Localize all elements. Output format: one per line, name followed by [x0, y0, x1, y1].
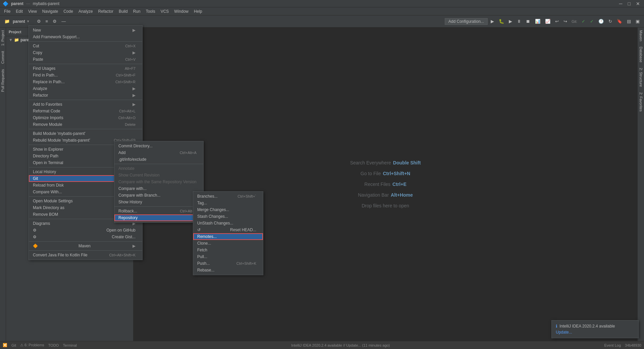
- repo-rebase[interactable]: Rebase...: [193, 267, 263, 273]
- repo-merge[interactable]: Merge Changes...: [193, 206, 263, 213]
- minimize-button[interactable]: ─: [618, 1, 624, 6]
- ctx-reformat[interactable]: Reformat Code Ctrl+Alt+L: [29, 108, 142, 114]
- git-rollback[interactable]: Rollback... Ctrl+Alt+Z: [114, 208, 203, 214]
- sidebar-label-pull-requests[interactable]: Pull Requests: [0, 66, 6, 95]
- repo-remotes[interactable]: Remotes...: [193, 233, 263, 240]
- toolbar-settings-icon[interactable]: ⚙: [35, 18, 43, 25]
- info-icon: ℹ: [556, 324, 557, 329]
- hint-search: Search Everywhere Double Shift: [350, 160, 421, 165]
- status-branch[interactable]: 34b48930: [625, 343, 641, 347]
- ctx-copy[interactable]: Copy ▶: [29, 49, 142, 56]
- git-repository[interactable]: Repository ▶: [114, 214, 203, 221]
- repo-push[interactable]: Push... Ctrl+Shift+K: [193, 260, 263, 267]
- toolbar-git-update[interactable]: ↻: [607, 18, 614, 25]
- toolbar-run2-icon[interactable]: ▶: [507, 18, 514, 25]
- menu-edit[interactable]: Edit: [13, 8, 25, 14]
- git-compare-with[interactable]: Compare with...: [114, 185, 203, 192]
- menu-analyze[interactable]: Analyze: [76, 8, 96, 14]
- menu-refactor[interactable]: Refactor: [96, 8, 116, 14]
- ctx-convert-kotlin[interactable]: Convert Java File to Kotlin File Ctrl+Al…: [29, 252, 142, 258]
- menu-tools[interactable]: Tools: [143, 8, 158, 14]
- sidebar-label-project[interactable]: 1: Project: [0, 28, 6, 48]
- toolbar-minimize-panel-icon[interactable]: —: [60, 18, 67, 25]
- ctx-build-module[interactable]: Build Module 'mybatis-parent': [29, 130, 142, 137]
- ctx-open-github[interactable]: ⚙ Open on GitHub: [29, 227, 142, 234]
- repo-reset-head[interactable]: ↺ Reset HEAD...: [193, 227, 263, 233]
- ctx-maven[interactable]: 🔶 Maven ▶: [29, 243, 142, 249]
- toolbar-forward-icon[interactable]: ↪: [562, 18, 569, 25]
- ctx-create-gist[interactable]: ⚙ Create Gist...: [29, 234, 142, 240]
- menu-file[interactable]: File: [1, 8, 13, 14]
- toolbar-gear-icon[interactable]: ⚙: [51, 18, 58, 25]
- toolbar-sort-icon[interactable]: ≡: [44, 18, 50, 25]
- git-commit-directory[interactable]: Commit Directory...: [114, 143, 203, 149]
- right-label-structure[interactable]: 2: Structure: [638, 65, 644, 90]
- right-label-maven[interactable]: Maven: [638, 28, 644, 44]
- ctx-convert-kotlin-shortcut: Ctrl+Alt+Shift+K: [109, 253, 136, 257]
- status-event-log[interactable]: Event Log: [604, 343, 621, 347]
- ctx-remove-module[interactable]: Remove Module Delete: [29, 121, 142, 128]
- menu-run[interactable]: Run: [130, 8, 143, 14]
- notification-update-link[interactable]: Update...: [556, 330, 634, 335]
- ctx-find-usages-label: Find Usages: [33, 66, 55, 71]
- git-add[interactable]: Add Ctrl+Alt+A: [114, 149, 203, 156]
- status-todo[interactable]: TODO: [48, 343, 59, 347]
- ctx-paste[interactable]: Paste Ctrl+V: [29, 56, 142, 63]
- repo-branches[interactable]: Branches... Ctrl+Shift+`: [193, 193, 263, 200]
- git-compare-branch[interactable]: Compare with Branch...: [114, 192, 203, 199]
- menu-view[interactable]: View: [25, 8, 40, 14]
- repo-stash[interactable]: Stash Changes...: [193, 213, 263, 220]
- ctx-cut[interactable]: Cut Ctrl+X: [29, 43, 142, 49]
- toolbar-bookmark-icon[interactable]: 🔖: [615, 18, 624, 25]
- menu-code[interactable]: Code: [61, 8, 76, 14]
- repo-unstash[interactable]: UnStash Changes...: [193, 220, 263, 227]
- toolbar-pause-icon[interactable]: ⏸: [515, 18, 523, 25]
- menu-help[interactable]: Help: [191, 8, 205, 14]
- ctx-new[interactable]: New ▶: [29, 27, 142, 34]
- menu-navigate[interactable]: Navigate: [40, 8, 61, 14]
- ctx-add-favorites[interactable]: Add to Favorites ▶: [29, 101, 142, 108]
- repo-fetch[interactable]: Fetch: [193, 247, 263, 253]
- toolbar-debug-icon[interactable]: 🐛: [497, 18, 506, 25]
- toolbar-run-icon[interactable]: ▶: [489, 18, 496, 25]
- repo-tag[interactable]: Tag...: [193, 200, 263, 206]
- project-dropdown-icon[interactable]: ▼: [26, 19, 30, 23]
- toolbar-profile-icon[interactable]: 📈: [543, 18, 552, 25]
- ctx-find-usages[interactable]: Find Usages Alt+F7: [29, 65, 142, 72]
- repo-pull[interactable]: Pull...: [193, 253, 263, 260]
- toolbar-layout-icon[interactable]: ▤: [625, 18, 633, 25]
- toolbar-git-check1[interactable]: ✓: [580, 18, 587, 25]
- toolbar-git-check2[interactable]: ✓: [588, 18, 595, 25]
- sidebar-label-commit[interactable]: Commit: [0, 48, 6, 66]
- toolbar-coverage-icon[interactable]: 📊: [533, 18, 542, 25]
- ctx-refactor[interactable]: Refactor ▶: [29, 92, 142, 99]
- git-show-history[interactable]: Show History: [114, 199, 203, 205]
- git-exclude[interactable]: .git/info/exclude: [114, 156, 203, 163]
- status-terminal[interactable]: Terminal: [63, 343, 77, 347]
- hint-goto-file: Go to File Ctrl+Shift+N: [361, 171, 410, 176]
- toolbar-back-icon[interactable]: ↩: [553, 18, 560, 25]
- maximize-button[interactable]: □: [627, 1, 632, 6]
- status-git-label[interactable]: Git: [11, 343, 16, 347]
- menu-window[interactable]: Window: [171, 8, 191, 14]
- ctx-replace-in-path[interactable]: Replace in Path... Ctrl+Shift+R: [29, 79, 142, 85]
- repo-clone[interactable]: Clone...: [193, 240, 263, 247]
- toolbar-stop-icon[interactable]: ⏹: [524, 18, 532, 25]
- toolbar-layout2-icon[interactable]: ▣: [634, 18, 641, 25]
- ctx-add-framework[interactable]: Add Framework Support...: [29, 34, 142, 40]
- add-configuration-button[interactable]: Add Configuration...: [445, 18, 488, 25]
- status-git-icon[interactable]: 🔀: [3, 343, 7, 347]
- ctx-analyze[interactable]: Analyze ▶: [29, 85, 142, 92]
- toolbar-git-clock[interactable]: 🕐: [597, 18, 605, 25]
- menu-vcs[interactable]: VCS: [158, 8, 172, 14]
- right-label-favorites[interactable]: 2: Favorites: [638, 90, 644, 114]
- ctx-find-in-path[interactable]: Find in Path... Ctrl+Shift+F: [29, 72, 142, 79]
- menu-build[interactable]: Build: [116, 8, 130, 14]
- right-label-database[interactable]: Database: [638, 44, 644, 65]
- close-button[interactable]: ✕: [635, 1, 641, 6]
- status-update-text: IntelliJ IDEA 2020.2.4 available // Upda…: [291, 343, 390, 347]
- status-problems[interactable]: ⚠ 6: Problems: [20, 343, 44, 347]
- ctx-optimize-imports[interactable]: Optimize Imports Ctrl+Alt+O: [29, 114, 142, 121]
- title-bar-controls: ─ □ ✕: [618, 1, 641, 6]
- git-compare-same: Compare with the Same Repository Version: [114, 179, 203, 185]
